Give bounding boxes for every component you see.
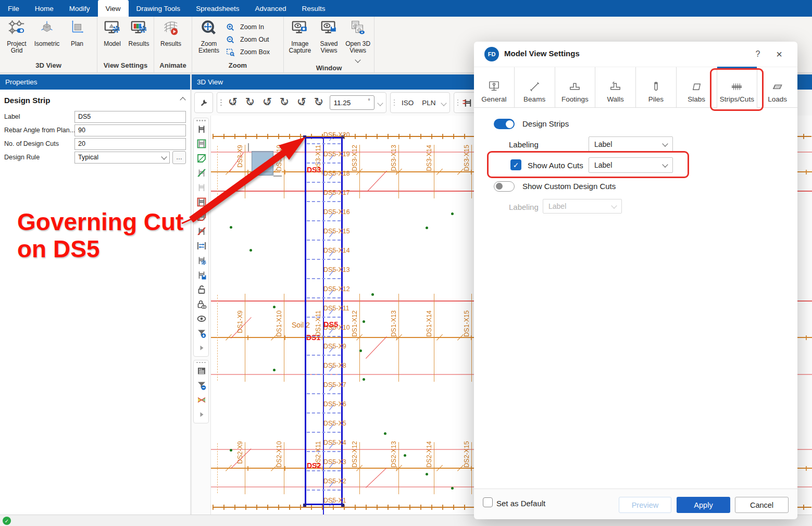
help-button[interactable]: ? xyxy=(752,48,764,60)
isometric-button[interactable]: Isometric xyxy=(32,19,61,47)
menu-tab-view[interactable]: View xyxy=(98,0,129,17)
expand-arrow-button[interactable] xyxy=(194,407,209,422)
rotate-plusminus-y-button[interactable]: ↺+Y xyxy=(259,94,276,111)
menu-tab-home[interactable]: Home xyxy=(27,0,61,17)
item-list-button[interactable] xyxy=(194,364,209,378)
chevron-down-icon[interactable] xyxy=(442,98,446,107)
dialog-tab-piles[interactable]: Piles xyxy=(636,67,677,107)
beams-slash-red-button[interactable] xyxy=(194,224,209,239)
footings-labels-green-button[interactable] xyxy=(194,136,209,151)
model-settings-icon xyxy=(104,19,121,39)
preview-button[interactable]: Preview xyxy=(619,497,671,513)
property-value-input[interactable]: 90 xyxy=(74,124,186,136)
rotate-minus-z-button[interactable]: ↻-Z xyxy=(310,94,328,111)
menu-tab-drawing-tools[interactable]: Drawing Tools xyxy=(129,0,189,17)
lock-eye-button[interactable] xyxy=(194,297,209,311)
display-save-button[interactable] xyxy=(194,268,209,282)
rotate-minus-y-button[interactable]: ↻-Y xyxy=(276,94,293,111)
ellipsis-button[interactable]: … xyxy=(172,151,186,164)
cancel-button[interactable]: Cancel xyxy=(735,497,789,513)
dialog-tab-strips-cuts[interactable]: Strips/Cuts xyxy=(717,67,758,108)
menu-tab-file[interactable]: File xyxy=(0,0,27,17)
extend-arrows-button[interactable] xyxy=(194,239,209,253)
design-strips-toggle[interactable] xyxy=(494,119,515,129)
menu-tab-advanced[interactable]: Advanced xyxy=(247,0,294,17)
menu-tab-modify[interactable]: Modify xyxy=(61,0,98,17)
rotate-plusminus-z-button[interactable]: ↺+Z xyxy=(293,94,310,111)
beams-pen-green-button[interactable] xyxy=(194,166,209,180)
selection-grip[interactable] xyxy=(303,504,306,507)
iso-view-button[interactable]: ISO xyxy=(397,99,418,107)
auto-cuts-labeling-dropdown[interactable]: Label xyxy=(589,157,673,173)
apply-button[interactable]: Apply xyxy=(677,497,730,513)
chevron-down-icon xyxy=(611,203,617,208)
filter-down-button[interactable] xyxy=(194,326,209,341)
beams-labels-button[interactable] xyxy=(194,122,209,136)
display-gear-button[interactable] xyxy=(194,253,209,268)
results-button[interactable]: Results xyxy=(126,19,152,47)
zoom-extents-button[interactable]: Zoom Extents xyxy=(194,19,223,54)
expand-arrow-button[interactable] xyxy=(194,341,209,355)
menu-tab-results[interactable]: Results xyxy=(294,0,333,17)
open-3d-views-button[interactable]: Open 3D Views xyxy=(344,19,372,64)
property-value-input[interactable]: 20 xyxy=(74,138,186,150)
dialog-tab-general[interactable]: General xyxy=(474,67,515,107)
visibility-eye-button[interactable] xyxy=(194,311,209,326)
unlock-button[interactable] xyxy=(194,282,209,297)
image-capture-button[interactable]: Image Capture xyxy=(286,19,314,54)
chevron-down-icon[interactable] xyxy=(378,98,382,107)
filter-minus-button[interactable] xyxy=(194,378,209,393)
property-label: Label xyxy=(4,113,74,120)
selection-grip[interactable] xyxy=(303,135,306,139)
selected-element[interactable] xyxy=(252,151,273,176)
model-button[interactable]: Model xyxy=(99,19,125,47)
set-as-default-checkbox[interactable] xyxy=(483,497,493,507)
project-grid-button[interactable]: Project Grid xyxy=(2,19,31,54)
column-label: DS1-X13 xyxy=(390,310,398,342)
rotate-minus-x-button[interactable]: ↻-X xyxy=(242,94,259,111)
rotation-angle-input[interactable]: 11.25° xyxy=(330,95,374,110)
show-auto-cuts-checkbox[interactable]: ✓ xyxy=(510,159,521,170)
saved-views-button[interactable]: Saved Views xyxy=(315,19,343,54)
z-axis-handle[interactable]: Z xyxy=(281,170,282,171)
auto-cut-label: DS5-X13 xyxy=(323,266,365,274)
x-axis-handle[interactable]: X xyxy=(242,132,243,133)
menu-tab-spreadsheets[interactable]: Spreadsheets xyxy=(188,0,247,17)
tab-beams-icon xyxy=(528,73,542,94)
footings-labels-red-button[interactable] xyxy=(194,195,209,209)
design-rule-select[interactable]: Typical xyxy=(74,152,170,164)
render-mode-button[interactable] xyxy=(194,393,209,407)
dialog-tab-footings[interactable]: Footings xyxy=(555,67,596,107)
dialog-tab-beams[interactable]: Beams xyxy=(515,67,555,107)
auto-cut-label: DS5-X9 xyxy=(323,343,365,351)
isometric-icon xyxy=(38,19,56,39)
node-dot xyxy=(451,487,454,490)
dialog-tab-loads[interactable]: Loads xyxy=(757,67,797,107)
drag-handle-icon xyxy=(457,99,459,106)
chevron-down-icon xyxy=(662,161,668,167)
zoom-in-button[interactable]: Zoom In xyxy=(226,21,270,33)
results-button[interactable]: Results xyxy=(156,19,185,47)
slabs-labels-green-button[interactable] xyxy=(194,151,209,166)
slabs-labels-red-button[interactable] xyxy=(194,209,209,224)
node-dot xyxy=(371,293,374,296)
property-value-input[interactable]: DS5 xyxy=(74,111,186,123)
plan-button[interactable]: Plan xyxy=(63,19,92,47)
zoom-out-button[interactable]: Zoom Out xyxy=(226,33,270,46)
show-custom-design-cuts-toggle[interactable] xyxy=(494,181,515,192)
labeling-dropdown[interactable]: Label xyxy=(589,136,673,152)
zoom-box-button[interactable]: Zoom Box xyxy=(226,46,270,58)
view-settings-toggle-button[interactable] xyxy=(194,92,213,113)
collapse-section-chevron-icon[interactable] xyxy=(180,97,185,103)
beam-arrows-icon[interactable] xyxy=(461,97,475,108)
rotate-plusminus-x-button[interactable]: ↺+X xyxy=(224,94,242,111)
dialog-tab-walls[interactable]: Walls xyxy=(595,67,636,107)
close-icon[interactable]: × xyxy=(772,47,786,61)
plan-view-button[interactable]: PLN xyxy=(418,99,440,107)
drag-handle-icon[interactable] xyxy=(194,362,208,364)
dialog-tab-slabs[interactable]: Slabs xyxy=(677,67,717,107)
auto-cut-line xyxy=(307,470,341,471)
labels-gray-button[interactable] xyxy=(194,180,209,195)
dialog-title: Model View Settings xyxy=(504,49,580,58)
drag-handle-icon[interactable] xyxy=(194,120,208,121)
